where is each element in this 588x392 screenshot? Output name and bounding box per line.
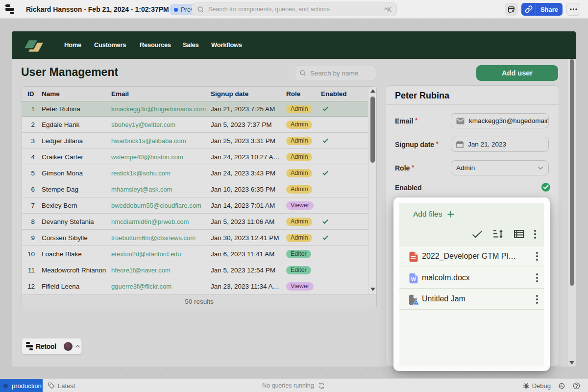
svg-text:W: W (411, 276, 416, 282)
